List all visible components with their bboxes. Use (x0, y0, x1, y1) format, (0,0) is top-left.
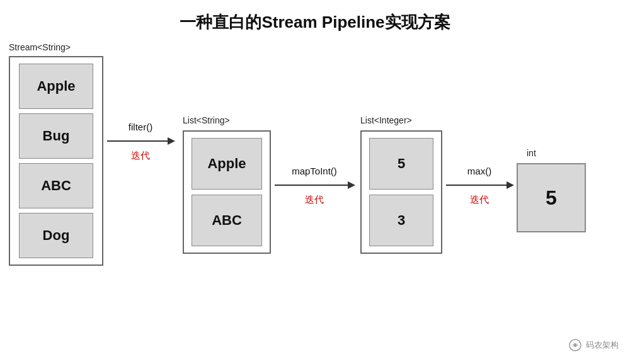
list-integer-label: List<Integer> (360, 115, 412, 125)
svg-point-7 (574, 344, 576, 346)
list-string-item-apple: Apple (192, 138, 262, 190)
result-box: 5 (517, 163, 586, 232)
filter-arrow-group: filter() 迭代 (106, 122, 175, 162)
list-string-item-abc: ABC (192, 195, 262, 246)
svg-marker-1 (168, 137, 175, 145)
iterate2-label: 迭代 (305, 194, 324, 206)
list-integer-container: 5 3 (360, 130, 442, 254)
watermark-icon (568, 338, 582, 352)
watermark: 码农架构 (568, 338, 619, 352)
svg-marker-5 (507, 181, 514, 189)
max-label: max() (467, 166, 491, 176)
stream-item-bug: Bug (19, 113, 93, 159)
int-label: int (527, 148, 536, 158)
list-integer-item-3: 3 (369, 195, 433, 246)
filter-label: filter() (129, 122, 152, 132)
iterate1-label: 迭代 (131, 150, 150, 162)
mapToInt-label: mapToInt() (292, 166, 337, 176)
max-arrow-group: max() 迭代 (445, 166, 514, 206)
watermark-text: 码农架构 (586, 339, 619, 351)
stream-item-abc: ABC (19, 163, 93, 208)
stream-item-apple: Apple (19, 64, 93, 109)
page-title: 一种直白的Stream Pipeline实现方案 (0, 0, 630, 40)
list-integer-item-5: 5 (369, 138, 433, 190)
stream-label: Stream<String> (9, 42, 71, 52)
stream-item-dog: Dog (19, 213, 93, 258)
iterate3-label: 迭代 (470, 194, 489, 206)
mapToInt-arrow-group: mapToInt() 迭代 (273, 166, 355, 206)
list-string-container: Apple ABC (183, 130, 271, 254)
list-string-label: List<String> (183, 115, 230, 125)
stream-container: Apple Bug ABC Dog (9, 56, 103, 266)
svg-marker-3 (348, 181, 355, 189)
